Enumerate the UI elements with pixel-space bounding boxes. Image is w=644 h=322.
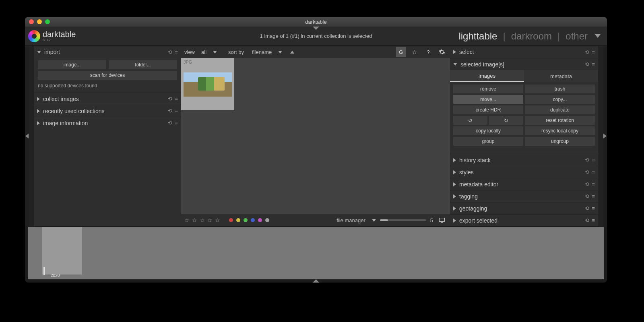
presets-icon[interactable]: ≡ bbox=[592, 217, 595, 223]
star-4[interactable]: ☆ bbox=[207, 217, 213, 223]
rotation-buttons: ↺ ↻ bbox=[453, 116, 523, 125]
section-image-info[interactable]: image information ⟲ ≡ bbox=[34, 117, 181, 129]
import-image-button[interactable]: image... bbox=[38, 60, 106, 69]
section-selected-images[interactable]: selected image[s] ⟲ ≡ bbox=[450, 58, 598, 70]
presets-icon[interactable]: ≡ bbox=[592, 181, 595, 187]
section-export[interactable]: export selected ⟲ ≡ bbox=[450, 214, 598, 226]
section-tagging[interactable]: tagging ⟲ ≡ bbox=[450, 190, 598, 202]
resync-local-button[interactable]: resync local copy bbox=[525, 126, 595, 135]
chevron-down-icon bbox=[453, 63, 457, 66]
view-value[interactable]: all bbox=[201, 49, 206, 55]
subtab-metadata[interactable]: metadata bbox=[524, 70, 598, 82]
right-panel-toggle[interactable] bbox=[603, 46, 607, 226]
reset-icon[interactable]: ⟲ bbox=[585, 61, 589, 67]
chevron-right-icon bbox=[37, 109, 40, 113]
section-import[interactable]: import ⟲ ≡ bbox=[34, 46, 181, 58]
presets-icon[interactable]: ≡ bbox=[592, 49, 595, 55]
presets-icon[interactable]: ≡ bbox=[592, 157, 595, 163]
sort-direction-icon[interactable] bbox=[290, 51, 294, 54]
group-button[interactable]: group bbox=[453, 137, 523, 146]
ungroup-button[interactable]: ungroup bbox=[525, 137, 595, 146]
section-collect[interactable]: collect images ⟲ ≡ bbox=[34, 93, 181, 105]
subtab-images[interactable]: images bbox=[450, 70, 524, 82]
scan-devices-button[interactable]: scan for devices bbox=[38, 71, 177, 80]
copy-locally-button[interactable]: copy locally bbox=[453, 126, 523, 135]
rotate-ccw-button[interactable]: ↺ bbox=[453, 116, 487, 125]
zoom-slider[interactable] bbox=[380, 219, 426, 221]
reset-icon[interactable]: ⟲ bbox=[585, 169, 589, 175]
reset-icon[interactable]: ⟲ bbox=[168, 108, 172, 114]
color-label-green[interactable] bbox=[244, 218, 248, 222]
star-3[interactable]: ☆ bbox=[200, 217, 205, 223]
thumbnail-grid[interactable]: JPG bbox=[181, 58, 450, 214]
duplicate-button[interactable]: duplicate bbox=[525, 105, 595, 114]
copy-button[interactable]: copy... bbox=[525, 95, 595, 104]
reset-icon[interactable]: ⟲ bbox=[168, 120, 172, 126]
tab-darkroom[interactable]: darkroom bbox=[511, 31, 552, 42]
color-label-red[interactable] bbox=[229, 218, 233, 222]
thumbnail[interactable]: JPG bbox=[181, 58, 234, 110]
presets-icon[interactable]: ≡ bbox=[592, 61, 595, 67]
section-geotagging[interactable]: geotagging ⟲ ≡ bbox=[450, 202, 598, 214]
color-label-blue[interactable] bbox=[251, 218, 255, 222]
presets-icon[interactable]: ≡ bbox=[175, 49, 178, 55]
timeline[interactable]: 2020 bbox=[28, 227, 604, 279]
section-import-label: import bbox=[44, 49, 165, 55]
view-dropdown-icon[interactable] bbox=[213, 51, 217, 54]
close-window-button[interactable] bbox=[29, 19, 34, 24]
section-styles[interactable]: styles ⟲ ≡ bbox=[450, 166, 598, 178]
reset-icon[interactable]: ⟲ bbox=[168, 49, 172, 55]
remove-button[interactable]: remove bbox=[453, 85, 523, 93]
tab-lighttable[interactable]: lighttable bbox=[458, 31, 497, 42]
move-button[interactable]: move... bbox=[453, 95, 523, 104]
section-metadata-editor[interactable]: metadata editor ⟲ ≡ bbox=[450, 178, 598, 190]
svg-marker-2 bbox=[603, 134, 607, 138]
rotate-cw-button[interactable]: ↻ bbox=[489, 116, 523, 125]
star-5[interactable]: ☆ bbox=[215, 217, 220, 223]
tab-more-dropdown-icon[interactable] bbox=[595, 34, 601, 38]
section-history[interactable]: history stack ⟲ ≡ bbox=[450, 154, 598, 166]
import-folder-button[interactable]: folder... bbox=[109, 60, 177, 69]
reset-rotation-button[interactable]: reset rotation bbox=[525, 116, 595, 125]
reset-icon[interactable]: ⟲ bbox=[585, 217, 589, 223]
grouping-button[interactable]: G bbox=[396, 47, 406, 57]
color-labels bbox=[229, 218, 269, 222]
layout-dropdown-icon[interactable] bbox=[372, 219, 376, 222]
maximize-window-button[interactable] bbox=[45, 19, 50, 24]
section-recent[interactable]: recently used collections ⟲ ≡ bbox=[34, 105, 181, 117]
reset-icon[interactable]: ⟲ bbox=[585, 49, 589, 55]
create-hdr-button[interactable]: create HDR bbox=[453, 105, 523, 114]
presets-icon[interactable]: ≡ bbox=[175, 96, 178, 102]
star-overlay-button[interactable]: ☆ bbox=[410, 47, 419, 57]
reset-icon[interactable]: ⟲ bbox=[168, 96, 172, 102]
preferences-button[interactable] bbox=[437, 47, 447, 57]
minimize-window-button[interactable] bbox=[37, 19, 42, 24]
trash-button[interactable]: trash bbox=[525, 85, 595, 93]
display-profile-button[interactable] bbox=[437, 215, 447, 225]
layout-mode[interactable]: file manager bbox=[336, 217, 365, 223]
section-select[interactable]: select ⟲ ≡ bbox=[450, 46, 598, 58]
presets-icon[interactable]: ≡ bbox=[592, 193, 595, 199]
reset-icon[interactable]: ⟲ bbox=[585, 157, 589, 163]
color-label-yellow[interactable] bbox=[236, 218, 240, 222]
color-label-purple[interactable] bbox=[258, 218, 262, 222]
top-panel-toggle[interactable] bbox=[313, 27, 319, 30]
section-geo-label: geotagging bbox=[459, 205, 582, 212]
reset-icon[interactable]: ⟲ bbox=[585, 205, 589, 211]
reset-icon[interactable]: ⟲ bbox=[585, 181, 589, 187]
bottom-panel-toggle[interactable] bbox=[313, 279, 319, 283]
help-button[interactable]: ? bbox=[423, 47, 433, 57]
reset-icon[interactable]: ⟲ bbox=[585, 193, 589, 199]
left-panel-toggle[interactable] bbox=[25, 46, 29, 226]
sort-value[interactable]: filename bbox=[252, 49, 272, 55]
presets-icon[interactable]: ≡ bbox=[592, 205, 595, 211]
svg-marker-0 bbox=[25, 134, 29, 138]
tab-other[interactable]: other bbox=[566, 31, 588, 42]
sort-dropdown-icon[interactable] bbox=[278, 51, 282, 54]
star-1[interactable]: ☆ bbox=[184, 217, 190, 223]
presets-icon[interactable]: ≡ bbox=[175, 108, 178, 114]
color-label-grey[interactable] bbox=[265, 218, 269, 222]
presets-icon[interactable]: ≡ bbox=[592, 169, 595, 175]
presets-icon[interactable]: ≡ bbox=[175, 120, 178, 126]
star-2[interactable]: ☆ bbox=[192, 217, 197, 223]
